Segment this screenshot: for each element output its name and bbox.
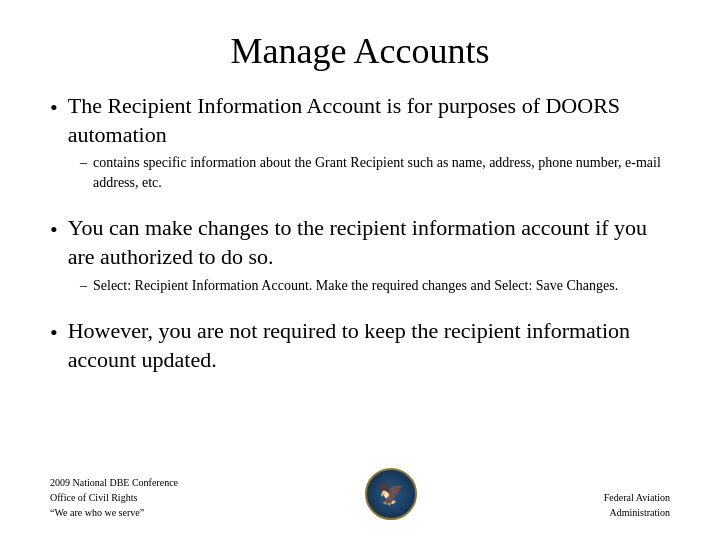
footer-left: 2009 National DBE Conference Office of C…: [50, 475, 178, 520]
bullet-item-2: • You can make changes to the recipient …: [50, 214, 670, 271]
faa-logo-icon: 🦅: [377, 481, 404, 507]
sub-text-1a: contains specific information about the …: [93, 153, 670, 192]
bullet-group-3: • However, you are not required to keep …: [50, 317, 670, 374]
footer-right-line2: Administration: [604, 505, 670, 520]
slide-container: Manage Accounts • The Recipient Informat…: [0, 0, 720, 540]
bullet-group-2: • You can make changes to the recipient …: [50, 214, 670, 299]
sub-text-2a: Select: Recipient Information Account. M…: [93, 276, 618, 296]
bullet-text-2: You can make changes to the recipient in…: [68, 214, 670, 271]
faa-logo: 🦅: [365, 468, 417, 520]
footer-line1: 2009 National DBE Conference: [50, 475, 178, 490]
sub-bullet-1a: – contains specific information about th…: [80, 153, 670, 192]
bullet-dot-1: •: [50, 94, 58, 123]
sub-bullet-2a: – Select: Recipient Information Account.…: [80, 276, 670, 296]
bullet-item-1: • The Recipient Information Account is f…: [50, 92, 670, 149]
footer-line2: Office of Civil Rights: [50, 490, 178, 505]
footer-center: 🦅: [365, 468, 417, 520]
sub-dash-2a: –: [80, 276, 87, 296]
slide-title: Manage Accounts: [50, 30, 670, 72]
footer-right-line1: Federal Aviation: [604, 490, 670, 505]
content-area: • The Recipient Information Account is f…: [50, 92, 670, 450]
footer-line3: “We are who we serve”: [50, 505, 178, 520]
bullet-text-1: The Recipient Information Account is for…: [68, 92, 670, 149]
bullet-item-3: • However, you are not required to keep …: [50, 317, 670, 374]
sub-dash-1a: –: [80, 153, 87, 173]
footer: 2009 National DBE Conference Office of C…: [50, 460, 670, 520]
bullet-group-1: • The Recipient Information Account is f…: [50, 92, 670, 196]
bullet-dot-3: •: [50, 319, 58, 348]
bullet-dot-2: •: [50, 216, 58, 245]
bullet-text-3: However, you are not required to keep th…: [68, 317, 670, 374]
footer-right: Federal Aviation Administration: [604, 490, 670, 520]
